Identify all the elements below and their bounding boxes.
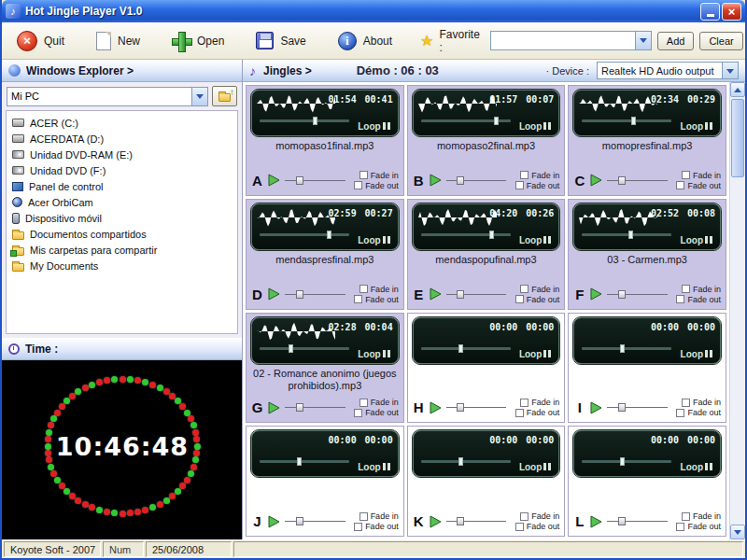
about-button[interactable]: i About	[331, 28, 403, 54]
volume-slider-handle[interactable]	[618, 517, 626, 525]
position-slider-handle[interactable]	[297, 457, 302, 466]
position-slider[interactable]	[260, 233, 349, 236]
fade-in-checkbox[interactable]	[682, 512, 690, 521]
tree-item[interactable]: ACER (C:)	[8, 115, 235, 131]
device-combobox[interactable]: Realtek HD Audio output	[597, 62, 739, 79]
tree-item[interactable]: Unidad DVD-RAM (E:)	[8, 147, 235, 162]
pause-icon[interactable]	[542, 349, 551, 359]
volume-slider-handle[interactable]	[296, 290, 303, 299]
fade-in-checkbox[interactable]	[682, 399, 690, 407]
close-button[interactable]: ×	[722, 3, 741, 21]
pause-icon[interactable]	[381, 121, 390, 132]
scroll-down-button[interactable]	[730, 525, 745, 539]
play-button[interactable]	[268, 174, 280, 187]
position-slider-handle[interactable]	[489, 231, 494, 239]
loop-control[interactable]: Loop	[681, 462, 712, 472]
position-slider[interactable]	[260, 119, 349, 122]
minimize-button[interactable]	[700, 3, 720, 21]
fade-out-checkbox[interactable]	[354, 523, 362, 531]
position-slider-handle[interactable]	[327, 231, 331, 239]
location-combobox[interactable]: Mi PC	[7, 87, 208, 106]
position-slider-handle[interactable]	[620, 344, 625, 353]
loop-control[interactable]: Loop	[519, 349, 551, 359]
fade-in-checkbox[interactable]	[682, 171, 690, 179]
tree-item[interactable]: Panel de control	[8, 178, 235, 194]
volume-slider-handle[interactable]	[296, 517, 303, 525]
play-button[interactable]	[430, 515, 442, 528]
pause-icon[interactable]	[381, 349, 390, 359]
position-slider-handle[interactable]	[494, 117, 499, 125]
pause-icon[interactable]	[703, 462, 712, 472]
play-button[interactable]	[590, 515, 602, 528]
scrollbar-thumb[interactable]	[731, 99, 744, 177]
position-slider-handle[interactable]	[313, 117, 317, 125]
volume-slider-handle[interactable]	[618, 176, 626, 185]
position-slider[interactable]	[260, 460, 349, 463]
pause-icon[interactable]	[703, 349, 712, 359]
folder-up-button[interactable]: ↑	[212, 86, 237, 106]
fade-out-checkbox[interactable]	[676, 181, 684, 189]
fade-in-checkbox[interactable]	[359, 285, 368, 293]
loop-control[interactable]: Loop	[681, 349, 712, 359]
loop-control[interactable]: Loop	[681, 235, 712, 245]
volume-slider[interactable]	[446, 516, 507, 526]
volume-slider-handle[interactable]	[457, 403, 464, 412]
position-slider-handle[interactable]	[458, 457, 463, 466]
position-slider[interactable]	[421, 347, 511, 350]
pause-icon[interactable]	[381, 462, 390, 472]
fade-in-checkbox[interactable]	[359, 399, 368, 407]
volume-slider-handle[interactable]	[457, 176, 464, 185]
volume-slider[interactable]	[446, 175, 507, 186]
pause-icon[interactable]	[703, 121, 712, 132]
position-slider[interactable]	[582, 119, 671, 122]
fade-out-checkbox[interactable]	[354, 181, 362, 189]
pause-icon[interactable]	[542, 462, 551, 472]
volume-slider[interactable]	[607, 402, 668, 413]
fade-in-checkbox[interactable]	[520, 512, 529, 521]
clear-button[interactable]: Clear	[699, 32, 742, 50]
pause-icon[interactable]	[381, 235, 390, 245]
tree-item[interactable]: My Documents	[8, 258, 235, 273]
volume-slider[interactable]	[446, 289, 507, 300]
position-slider[interactable]	[421, 460, 511, 463]
fade-out-checkbox[interactable]	[676, 409, 684, 417]
volume-slider-handle[interactable]	[296, 176, 303, 185]
position-slider-handle[interactable]	[289, 344, 293, 353]
loop-control[interactable]: Loop	[519, 462, 551, 472]
position-slider[interactable]	[421, 233, 511, 236]
loop-control[interactable]: Loop	[519, 235, 551, 245]
chevron-down-icon[interactable]	[722, 63, 738, 78]
fade-in-checkbox[interactable]	[520, 285, 529, 293]
loop-control[interactable]: Loop	[358, 349, 389, 359]
fade-out-checkbox[interactable]	[676, 523, 684, 531]
scrollbar-track[interactable]	[730, 97, 745, 525]
position-slider-handle[interactable]	[620, 457, 625, 466]
fade-out-checkbox[interactable]	[515, 295, 524, 303]
fade-out-checkbox[interactable]	[515, 523, 524, 531]
pause-icon[interactable]	[542, 235, 551, 245]
volume-slider-handle[interactable]	[457, 290, 464, 299]
loop-control[interactable]: Loop	[681, 121, 712, 132]
favorite-combobox[interactable]	[490, 31, 652, 50]
play-button[interactable]	[430, 287, 442, 301]
save-button[interactable]: Save	[248, 28, 317, 53]
position-slider[interactable]	[582, 460, 671, 463]
play-button[interactable]	[590, 287, 602, 301]
pause-icon[interactable]	[703, 235, 712, 245]
play-button[interactable]	[430, 401, 442, 414]
tree-item[interactable]: Unidad DVD (F:)	[8, 162, 235, 178]
volume-slider-handle[interactable]	[296, 403, 303, 412]
play-button[interactable]	[268, 515, 280, 528]
play-button[interactable]	[268, 401, 280, 414]
fade-in-checkbox[interactable]	[682, 285, 690, 293]
position-slider[interactable]	[260, 347, 349, 350]
chevron-down-icon[interactable]	[191, 88, 207, 105]
tree-item[interactable]: Dispositivo móvil	[8, 210, 235, 226]
tree-item[interactable]: Acer OrbiCam	[8, 194, 235, 210]
play-button[interactable]	[430, 174, 442, 187]
volume-slider[interactable]	[285, 516, 345, 526]
tree-item[interactable]: Mis carpetas para compartir	[8, 242, 235, 258]
position-slider[interactable]	[421, 119, 511, 122]
fade-in-checkbox[interactable]	[520, 399, 529, 407]
loop-control[interactable]: Loop	[358, 462, 389, 472]
